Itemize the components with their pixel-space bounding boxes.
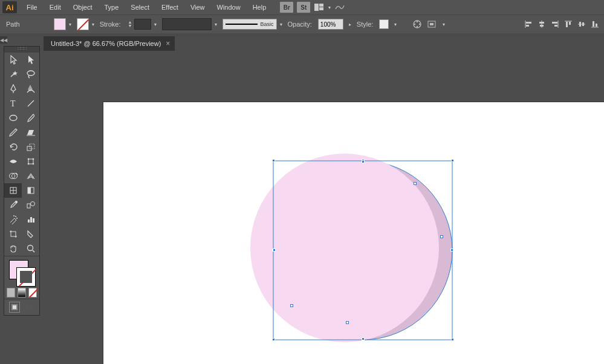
blend-tool[interactable] (22, 198, 39, 212)
align-vcenter-icon[interactable] (576, 19, 587, 30)
fill-dropdown[interactable]: ▾ (67, 22, 73, 27)
opacity-dropdown[interactable]: ▸ (347, 22, 353, 27)
sel-handle-tr[interactable] (451, 159, 454, 162)
menu-edit[interactable]: Edit (44, 1, 67, 13)
menu-select[interactable]: Select (125, 1, 155, 13)
menu-effect[interactable]: Effect (155, 1, 184, 13)
anchor-diag2[interactable] (440, 235, 443, 238)
lasso-tool[interactable] (22, 67, 39, 82)
arrange-dropdown[interactable]: ▾ (326, 5, 333, 10)
stroke-color-well[interactable] (16, 267, 36, 287)
pencil-tool[interactable] (4, 125, 22, 140)
normal-mode-btn[interactable] (9, 302, 20, 313)
style-swatch[interactable] (379, 19, 389, 29)
eraser-tool[interactable] (22, 125, 39, 140)
svg-line-62 (33, 250, 34, 252)
shape-builder-tool[interactable] (4, 169, 22, 183)
anchor-left[interactable] (273, 249, 276, 252)
gpu-icon[interactable] (334, 2, 346, 13)
menu-object[interactable]: Object (67, 1, 99, 13)
align-hcenter-icon[interactable] (536, 19, 547, 30)
line-tool[interactable] (22, 96, 39, 111)
profile-dropdown[interactable]: ▾ (213, 22, 219, 27)
align-left-icon[interactable] (523, 19, 534, 30)
style-dropdown[interactable]: ▾ (392, 22, 398, 27)
gradient-mode-btn[interactable] (18, 288, 26, 297)
stroke-dropdown[interactable]: ▾ (90, 22, 96, 27)
gradient-tool[interactable] (22, 183, 39, 198)
color-mode-btn[interactable] (7, 288, 15, 297)
opacity-input[interactable]: 100% (318, 19, 343, 30)
svg-rect-14 (539, 22, 544, 24)
svg-point-49 (30, 202, 34, 206)
anchor-bottom[interactable] (362, 337, 365, 340)
rotate-tool[interactable] (4, 140, 22, 154)
width-tool[interactable] (4, 154, 22, 169)
recolor-icon[interactable] (412, 19, 423, 30)
document-tab[interactable]: Untitled-3* @ 66.67% (RGB/Preview) × (44, 36, 175, 51)
brush-def-control[interactable]: Basic ▾ (222, 19, 284, 30)
sel-handle-br[interactable] (451, 338, 454, 341)
align-bottom-icon[interactable] (589, 19, 600, 30)
align-to-icon[interactable] (426, 19, 437, 30)
artboard-tool[interactable] (4, 227, 22, 241)
stroke-swatch-control[interactable]: ▾ (77, 18, 96, 30)
fill-swatch[interactable] (54, 18, 66, 30)
zoom-tool[interactable] (22, 241, 39, 256)
anchor-top[interactable] (362, 160, 365, 163)
stroke-weight-input[interactable] (134, 19, 151, 30)
mesh-tool[interactable] (4, 183, 22, 198)
stroke-weight-dropdown[interactable]: ▾ (152, 22, 158, 27)
brush-definition[interactable]: Basic (222, 19, 277, 30)
stroke-swatch[interactable] (77, 18, 89, 30)
canvas[interactable] (44, 51, 604, 364)
bridge-icon[interactable]: Br (280, 2, 293, 13)
screen-mode-btn[interactable] (24, 302, 34, 313)
slice-tool[interactable] (22, 227, 39, 241)
anchor-diag1[interactable] (414, 182, 417, 185)
menu-window[interactable]: Window (211, 1, 247, 13)
sel-handle-bl[interactable] (272, 338, 275, 341)
magic-wand-tool[interactable] (4, 67, 22, 82)
tool-indicator: Path (6, 21, 20, 28)
brush-def-dropdown[interactable]: ▾ (278, 22, 284, 27)
align-right-icon[interactable] (550, 19, 560, 30)
tab-close-icon[interactable]: × (166, 39, 170, 48)
curvature-tool[interactable] (22, 82, 39, 96)
pen-tool[interactable] (4, 82, 22, 96)
align-to-dropdown[interactable]: ▾ (441, 22, 447, 27)
fill-control[interactable]: ▾ (54, 18, 73, 30)
menu-view[interactable]: View (184, 1, 211, 13)
anchor-right[interactable] (450, 249, 453, 252)
free-transform-tool[interactable] (22, 154, 39, 169)
toolbox-handle[interactable]: ∷∷∷ (4, 47, 39, 53)
arrange-docs-icon[interactable] (313, 2, 325, 13)
column-graph-tool[interactable] (22, 212, 39, 227)
sel-handle-tl[interactable] (272, 159, 275, 162)
align-top-icon[interactable] (563, 19, 574, 30)
paintbrush-tool[interactable] (22, 111, 39, 125)
variable-width-profile[interactable] (162, 18, 212, 30)
circle-main[interactable] (250, 154, 439, 342)
stock-icon[interactable]: St (297, 2, 310, 13)
profile-control[interactable]: ▾ (162, 18, 219, 30)
perspective-grid-tool[interactable] (22, 169, 39, 183)
menu-file[interactable]: File (21, 1, 44, 13)
anchor-diag3[interactable] (290, 304, 293, 307)
anchor-diag4[interactable] (346, 321, 349, 324)
direct-selection-tool[interactable] (22, 53, 39, 67)
svg-point-37 (32, 158, 34, 160)
hand-tool[interactable] (4, 241, 22, 256)
stroke-stepper[interactable]: ▴▾ (127, 21, 133, 28)
menu-help[interactable]: Help (247, 1, 273, 13)
menu-type[interactable]: Type (99, 1, 125, 13)
ellipse-tool[interactable] (4, 111, 22, 125)
none-mode-btn[interactable] (28, 288, 37, 297)
eyedropper-tool[interactable] (4, 198, 22, 212)
type-tool[interactable]: T (4, 96, 22, 111)
panel-collapse-icon[interactable]: ◀◀ (0, 36, 7, 44)
selection-tool[interactable] (4, 53, 22, 67)
scale-tool[interactable] (22, 140, 39, 154)
color-well[interactable] (4, 256, 39, 287)
symbol-sprayer-tool[interactable] (4, 212, 22, 227)
